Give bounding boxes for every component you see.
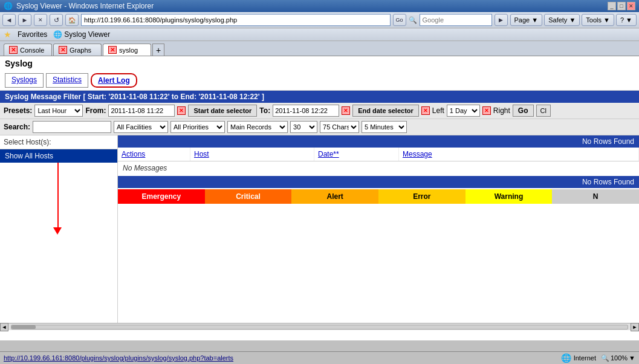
search-icon: 🔍 (409, 16, 417, 24)
app-nav: Syslogs Statistics Alert Log (0, 71, 639, 91)
interval2-select[interactable]: 5 Minutes (362, 121, 407, 133)
host-panel: Select Host(s): Show All Hosts (0, 135, 118, 323)
from-label: From: (85, 106, 106, 115)
th-host[interactable]: Host (190, 148, 314, 161)
clear-from-button[interactable]: ✕ (177, 106, 186, 115)
forward-button[interactable]: ► (18, 14, 31, 26)
search-row: Search: All Facilities All Priorities Ma… (0, 119, 639, 135)
tab-graphs[interactable]: ✕ Graphs (53, 44, 102, 56)
start-date-selector[interactable]: Start date selector (188, 105, 257, 117)
no-rows-bar-1: No Rows Found (118, 135, 639, 148)
page-menu[interactable]: Page ▼ (510, 14, 543, 26)
status-critical: Critical (205, 189, 292, 204)
new-tab-button[interactable]: + (152, 44, 164, 56)
help-menu[interactable]: ? ▼ (616, 14, 637, 26)
host-panel-title: Select Host(s): (0, 135, 117, 149)
refresh-button[interactable]: ↺ (50, 14, 63, 26)
cl-button[interactable]: Cl (536, 105, 551, 117)
tab-label-graphs: Graphs (70, 47, 91, 54)
scroll-left-btn[interactable]: ◄ (0, 323, 8, 331)
priorities-select[interactable]: All Priorities (170, 121, 225, 133)
tab-close-syslog[interactable]: ✕ (108, 46, 117, 54)
close-button[interactable]: ✕ (627, 2, 635, 10)
filter-bar: Syslog Message Filter [ Start: '2011-11-… (0, 91, 639, 103)
status-n: N (552, 189, 639, 204)
from-input[interactable] (108, 105, 175, 117)
go-button[interactable]: Go (393, 14, 406, 26)
th-actions[interactable]: Actions (118, 148, 190, 161)
browser-tab-bar: ✕ Console ✕ Graphs ✕ syslog + (0, 41, 639, 56)
clear-interval-button[interactable]: ✕ (421, 106, 430, 115)
favorites-bar: ★ Favorites 🌐 Syslog Viewer (0, 28, 639, 41)
to-label: To: (259, 106, 270, 115)
left-label: Left (432, 106, 444, 115)
tab-label-console: Console (20, 47, 44, 54)
maximize-button[interactable]: □ (617, 2, 626, 10)
stop-button[interactable]: ✕ (34, 14, 47, 26)
status-emergency: Emergency (118, 189, 205, 204)
status-legend: Emergency Critical Alert Error Warning N (118, 189, 639, 204)
facilities-select[interactable]: All Facilities (114, 121, 168, 133)
right-panel: No Rows Found Actions Host Date** Messag… (118, 135, 639, 323)
home-button[interactable]: 🏠 (65, 14, 79, 26)
scroll-track[interactable] (11, 325, 628, 330)
presets-select[interactable]: Last Hour (34, 105, 83, 117)
th-message[interactable]: Message (399, 148, 639, 161)
records-select[interactable]: Main Records (227, 121, 288, 133)
content-area: Syslog Syslogs Statistics Alert Log Sysl… (0, 56, 639, 340)
browser-toolbar: ◄ ► ✕ ↺ 🏠 Go 🔍 ▶ Page ▼ Safety ▼ Tools ▼… (0, 12, 639, 28)
arrow-annotation (0, 163, 117, 247)
titlebar-left: 🌐 Syslog Viewer - Windows Internet Explo… (4, 2, 154, 10)
status-alert: Alert (291, 189, 378, 204)
syslog-fav-icon: 🌐 (53, 30, 62, 39)
arrow-line (57, 163, 59, 229)
page-title: Syslog (0, 56, 639, 71)
browser-titlebar: 🌐 Syslog Viewer - Windows Internet Explo… (0, 0, 639, 12)
tab-alertlog[interactable]: Alert Log (91, 73, 137, 88)
search-submit[interactable]: ▶ (495, 14, 508, 26)
safety-menu[interactable]: Safety ▼ (544, 14, 580, 26)
tab-console[interactable]: ✕ Console (4, 44, 52, 56)
window-controls[interactable]: _ □ ✕ (608, 2, 635, 10)
favorites-button[interactable]: Favorites (18, 30, 47, 39)
tab-close-graphs[interactable]: ✕ (59, 46, 67, 54)
end-date-selector[interactable]: End date selector (352, 105, 419, 117)
browser-title: Syslog Viewer - Windows Internet Explore… (16, 2, 154, 10)
search-label: Search: (4, 123, 30, 131)
limit-select[interactable]: 30 (290, 121, 317, 133)
go-button[interactable]: Go (513, 105, 534, 117)
scroll-thumb[interactable] (11, 325, 36, 329)
chars-select[interactable]: 75 Chars (320, 121, 359, 133)
clear-right-button[interactable]: ✕ (482, 106, 491, 115)
scroll-right-btn[interactable]: ► (631, 323, 639, 331)
address-bar[interactable] (81, 14, 391, 26)
presets-label: Presets: (4, 106, 32, 115)
interval-select[interactable]: 1 Day (447, 105, 480, 117)
clear-to-button[interactable]: ✕ (342, 106, 350, 115)
tab-syslogs[interactable]: Syslogs (5, 73, 44, 88)
controls-row: Presets: Last Hour From: ✕ Start date se… (0, 103, 639, 119)
th-date[interactable]: Date** (314, 148, 399, 161)
to-input[interactable] (273, 105, 339, 117)
tab-close-console[interactable]: ✕ (9, 46, 18, 54)
minimize-button[interactable]: _ (608, 2, 616, 10)
google-search[interactable] (420, 14, 492, 26)
arrow-head (53, 227, 62, 235)
tab-syslog[interactable]: ✕ syslog (103, 44, 151, 56)
table-header: Actions Host Date** Message (118, 148, 639, 161)
main-layout: Select Host(s): Show All Hosts No Rows F… (0, 135, 639, 323)
tab-statistics[interactable]: Statistics (46, 73, 88, 88)
status-warning: Warning (465, 189, 553, 204)
no-messages: No Messages (118, 161, 639, 175)
horizontal-scrollbar[interactable]: ◄ ► (0, 323, 639, 330)
status-error: Error (378, 189, 465, 204)
back-button[interactable]: ◄ (2, 14, 16, 26)
show-all-hosts-button[interactable]: Show All Hosts (0, 149, 117, 163)
no-rows-bar-2: No Rows Found (118, 176, 639, 188)
favorites-star: ★ (4, 30, 11, 39)
tab-label-syslog: syslog (119, 47, 138, 54)
right-label: Right (493, 106, 510, 115)
tools-menu[interactable]: Tools ▼ (582, 14, 614, 26)
search-input[interactable] (33, 121, 111, 133)
syslog-viewer-favorite[interactable]: 🌐 Syslog Viewer (53, 30, 110, 39)
